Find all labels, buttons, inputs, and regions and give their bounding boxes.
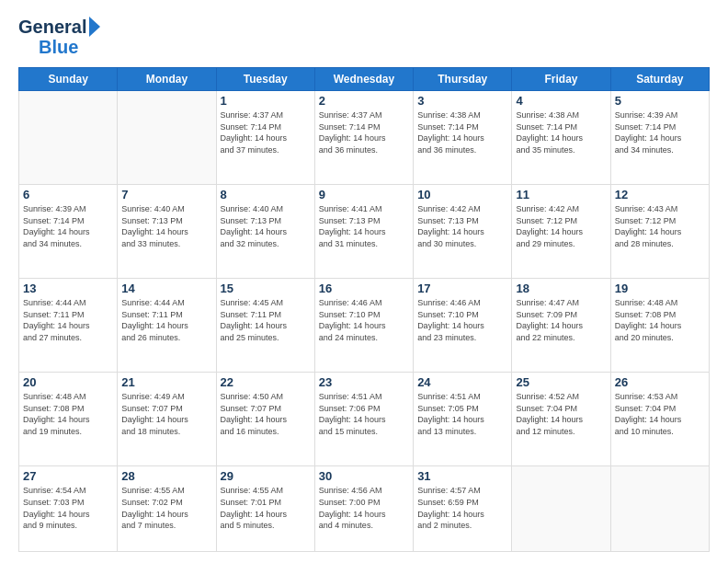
day-info: Sunrise: 4:37 AMSunset: 7:14 PMDaylight:… xyxy=(319,109,409,155)
day-number: 28 xyxy=(121,469,211,483)
day-info: Sunrise: 4:46 AMSunset: 7:10 PMDaylight:… xyxy=(417,297,507,343)
day-info: Sunrise: 4:46 AMSunset: 7:10 PMDaylight:… xyxy=(319,297,409,343)
day-info: Sunrise: 4:40 AMSunset: 7:13 PMDaylight:… xyxy=(221,203,311,249)
day-info: Sunrise: 4:42 AMSunset: 7:13 PMDaylight:… xyxy=(417,203,507,249)
day-cell: 22Sunrise: 4:50 AMSunset: 7:07 PMDayligh… xyxy=(216,373,314,466)
day-info: Sunrise: 4:44 AMSunset: 7:11 PMDaylight:… xyxy=(23,297,113,343)
day-number: 9 xyxy=(319,188,409,201)
day-cell xyxy=(610,466,709,552)
day-cell: 13Sunrise: 4:44 AMSunset: 7:11 PMDayligh… xyxy=(19,279,118,373)
logo: General Blue xyxy=(18,17,101,58)
day-info: Sunrise: 4:39 AMSunset: 7:14 PMDaylight:… xyxy=(615,109,705,155)
day-info: Sunrise: 4:44 AMSunset: 7:11 PMDaylight:… xyxy=(121,297,211,343)
day-cell: 8Sunrise: 4:40 AMSunset: 7:13 PMDaylight… xyxy=(216,185,314,279)
day-number: 6 xyxy=(23,188,113,201)
day-cell: 4Sunrise: 4:38 AMSunset: 7:14 PMDaylight… xyxy=(512,91,610,185)
svg-marker-0 xyxy=(89,17,100,37)
day-cell: 26Sunrise: 4:53 AMSunset: 7:04 PMDayligh… xyxy=(610,373,709,466)
day-number: 13 xyxy=(23,282,113,295)
calendar-week-row: 20Sunrise: 4:48 AMSunset: 7:08 PMDayligh… xyxy=(19,373,710,466)
day-number: 10 xyxy=(417,188,507,201)
day-info: Sunrise: 4:54 AMSunset: 7:03 PMDaylight:… xyxy=(23,485,113,531)
day-cell: 3Sunrise: 4:38 AMSunset: 7:14 PMDaylight… xyxy=(414,91,512,185)
day-info: Sunrise: 4:40 AMSunset: 7:13 PMDaylight:… xyxy=(121,203,211,249)
day-header-cell: Monday xyxy=(118,68,216,91)
day-info: Sunrise: 4:56 AMSunset: 7:00 PMDaylight:… xyxy=(319,485,409,531)
day-number: 22 xyxy=(221,375,311,389)
day-number: 30 xyxy=(319,469,409,483)
day-number: 1 xyxy=(221,94,311,108)
day-number: 2 xyxy=(319,94,409,108)
logo-general: General xyxy=(18,17,86,36)
day-number: 11 xyxy=(516,188,606,201)
day-info: Sunrise: 4:42 AMSunset: 7:12 PMDaylight:… xyxy=(516,203,606,249)
day-cell: 14Sunrise: 4:44 AMSunset: 7:11 PMDayligh… xyxy=(118,279,216,373)
day-cell: 29Sunrise: 4:55 AMSunset: 7:01 PMDayligh… xyxy=(216,466,314,552)
day-info: Sunrise: 4:41 AMSunset: 7:13 PMDaylight:… xyxy=(319,203,409,249)
day-cell: 28Sunrise: 4:55 AMSunset: 7:02 PMDayligh… xyxy=(118,466,216,552)
calendar-week-row: 1Sunrise: 4:37 AMSunset: 7:14 PMDaylight… xyxy=(19,91,710,185)
day-cell xyxy=(512,466,610,552)
day-number: 26 xyxy=(615,375,705,389)
calendar-week-row: 27Sunrise: 4:54 AMSunset: 7:03 PMDayligh… xyxy=(19,466,710,552)
day-number: 31 xyxy=(417,469,507,483)
day-cell: 17Sunrise: 4:46 AMSunset: 7:10 PMDayligh… xyxy=(414,279,512,373)
day-info: Sunrise: 4:51 AMSunset: 7:05 PMDaylight:… xyxy=(417,391,507,437)
day-cell: 1Sunrise: 4:37 AMSunset: 7:14 PMDaylight… xyxy=(216,91,314,185)
day-cell: 2Sunrise: 4:37 AMSunset: 7:14 PMDaylight… xyxy=(314,91,413,185)
logo-arrow-icon xyxy=(87,17,100,37)
day-cell: 16Sunrise: 4:46 AMSunset: 7:10 PMDayligh… xyxy=(314,279,413,373)
day-cell: 27Sunrise: 4:54 AMSunset: 7:03 PMDayligh… xyxy=(19,466,118,552)
day-number: 25 xyxy=(516,375,606,389)
day-cell: 7Sunrise: 4:40 AMSunset: 7:13 PMDaylight… xyxy=(118,185,216,279)
day-cell: 25Sunrise: 4:52 AMSunset: 7:04 PMDayligh… xyxy=(512,373,610,466)
day-cell: 30Sunrise: 4:56 AMSunset: 7:00 PMDayligh… xyxy=(314,466,413,552)
calendar-week-row: 13Sunrise: 4:44 AMSunset: 7:11 PMDayligh… xyxy=(19,279,710,373)
day-header-row: SundayMondayTuesdayWednesdayThursdayFrid… xyxy=(19,68,710,91)
day-cell: 19Sunrise: 4:48 AMSunset: 7:08 PMDayligh… xyxy=(610,279,709,373)
day-number: 3 xyxy=(417,94,507,108)
day-info: Sunrise: 4:49 AMSunset: 7:07 PMDaylight:… xyxy=(121,391,211,437)
day-info: Sunrise: 4:52 AMSunset: 7:04 PMDaylight:… xyxy=(516,391,606,437)
day-cell: 9Sunrise: 4:41 AMSunset: 7:13 PMDaylight… xyxy=(314,185,413,279)
day-number: 20 xyxy=(23,375,113,389)
day-header-cell: Saturday xyxy=(610,68,709,91)
day-header-cell: Wednesday xyxy=(314,68,413,91)
logo-blue: Blue xyxy=(39,37,78,58)
day-cell xyxy=(118,91,216,185)
day-info: Sunrise: 4:57 AMSunset: 6:59 PMDaylight:… xyxy=(417,485,507,531)
day-cell: 10Sunrise: 4:42 AMSunset: 7:13 PMDayligh… xyxy=(414,185,512,279)
day-number: 17 xyxy=(417,282,507,295)
day-cell: 5Sunrise: 4:39 AMSunset: 7:14 PMDaylight… xyxy=(610,91,709,185)
day-cell: 6Sunrise: 4:39 AMSunset: 7:14 PMDaylight… xyxy=(19,185,118,279)
day-cell: 23Sunrise: 4:51 AMSunset: 7:06 PMDayligh… xyxy=(314,373,413,466)
calendar-body: 1Sunrise: 4:37 AMSunset: 7:14 PMDaylight… xyxy=(19,91,710,552)
day-number: 19 xyxy=(615,282,705,295)
day-header-cell: Friday xyxy=(512,68,610,91)
day-info: Sunrise: 4:37 AMSunset: 7:14 PMDaylight:… xyxy=(221,109,311,155)
day-number: 23 xyxy=(319,375,409,389)
day-number: 21 xyxy=(121,375,211,389)
day-number: 5 xyxy=(615,94,705,108)
day-info: Sunrise: 4:39 AMSunset: 7:14 PMDaylight:… xyxy=(23,203,113,249)
day-cell: 11Sunrise: 4:42 AMSunset: 7:12 PMDayligh… xyxy=(512,185,610,279)
day-info: Sunrise: 4:53 AMSunset: 7:04 PMDaylight:… xyxy=(615,391,705,437)
header: General Blue xyxy=(18,17,710,58)
day-number: 12 xyxy=(615,188,705,201)
day-info: Sunrise: 4:47 AMSunset: 7:09 PMDaylight:… xyxy=(516,297,606,343)
day-cell: 24Sunrise: 4:51 AMSunset: 7:05 PMDayligh… xyxy=(414,373,512,466)
day-header-cell: Thursday xyxy=(414,68,512,91)
day-info: Sunrise: 4:48 AMSunset: 7:08 PMDaylight:… xyxy=(23,391,113,437)
day-cell: 12Sunrise: 4:43 AMSunset: 7:12 PMDayligh… xyxy=(610,185,709,279)
day-number: 15 xyxy=(221,282,311,295)
day-cell: 15Sunrise: 4:45 AMSunset: 7:11 PMDayligh… xyxy=(216,279,314,373)
day-number: 14 xyxy=(121,282,211,295)
day-number: 8 xyxy=(221,188,311,201)
day-number: 24 xyxy=(417,375,507,389)
day-info: Sunrise: 4:55 AMSunset: 7:02 PMDaylight:… xyxy=(121,485,211,531)
day-info: Sunrise: 4:48 AMSunset: 7:08 PMDaylight:… xyxy=(615,297,705,343)
day-cell xyxy=(19,91,118,185)
day-info: Sunrise: 4:43 AMSunset: 7:12 PMDaylight:… xyxy=(615,203,705,249)
day-header-cell: Sunday xyxy=(19,68,118,91)
day-info: Sunrise: 4:51 AMSunset: 7:06 PMDaylight:… xyxy=(319,391,409,437)
